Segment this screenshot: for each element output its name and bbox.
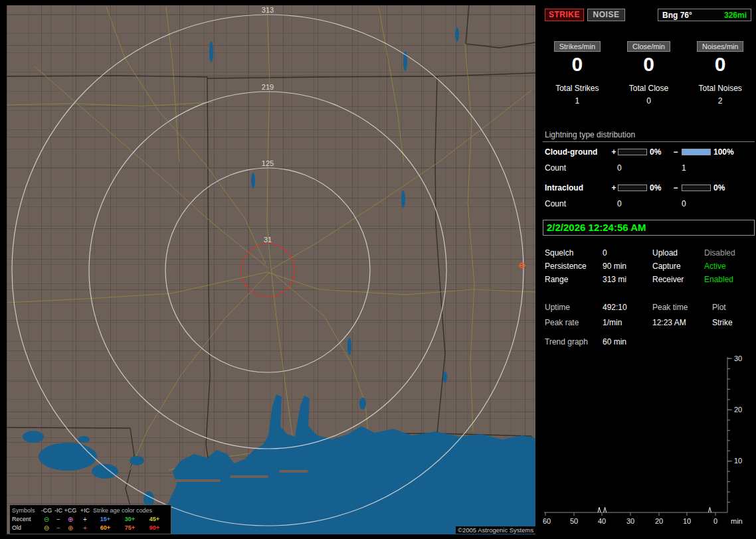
total-close-label: Total Close bbox=[613, 84, 685, 93]
capture-status: Active bbox=[704, 262, 726, 271]
count-label: Count bbox=[545, 199, 566, 208]
intracloud-label: Intracloud bbox=[545, 183, 583, 193]
strikes-per-min-column: Strikes/min 0 Total Strikes 1 bbox=[541, 40, 613, 106]
trend-graph-label: Trend graph bbox=[545, 337, 588, 346]
cg-minus-bar-fill bbox=[682, 149, 710, 155]
legend-type-header: -CG bbox=[40, 506, 53, 515]
trend-y-labels: 30 20 10 bbox=[734, 354, 742, 465]
svg-text:10: 10 bbox=[683, 517, 691, 525]
legend-symbols-title: Symbols bbox=[12, 506, 40, 515]
svg-text:30: 30 bbox=[734, 354, 742, 362]
squelch-value: 0 bbox=[603, 248, 607, 258]
pos-cg-symbol: ⊕ bbox=[64, 524, 77, 532]
persistence-label: Persistence bbox=[545, 262, 587, 271]
pos-ic-symbol: + bbox=[77, 515, 93, 524]
peak-rate-value: 1/min bbox=[603, 318, 622, 327]
legend-type-header: +IC bbox=[77, 506, 93, 515]
range-label: Range bbox=[545, 275, 568, 284]
total-strikes-value: 1 bbox=[541, 96, 613, 106]
age-code: 45+ bbox=[142, 515, 167, 524]
trend-x-labels: 60 50 40 30 20 10 0 min bbox=[543, 517, 743, 525]
close-per-min-column: Close/min 0 Total Close 0 bbox=[613, 40, 685, 106]
ic-plus-bar bbox=[618, 185, 647, 191]
strike-mode-button[interactable]: STRIKE bbox=[545, 9, 584, 21]
distribution-title: Lightning type distribution bbox=[543, 130, 755, 142]
trend-axes bbox=[544, 357, 732, 516]
receiver-status: Enabled bbox=[704, 275, 733, 284]
peak-time-label: Peak time bbox=[652, 303, 688, 312]
close-per-min-label: Close/min bbox=[627, 41, 670, 52]
minus-sign: − bbox=[672, 183, 679, 193]
ring-label-31: 31 bbox=[264, 236, 272, 244]
age-code: 15+ bbox=[93, 515, 118, 524]
noise-mode-button[interactable]: NOISE bbox=[587, 9, 625, 21]
date-time-display: 2/2/2026 12:24:56 AM bbox=[543, 220, 755, 236]
ring-label-313: 313 bbox=[262, 6, 274, 14]
svg-text:50: 50 bbox=[570, 517, 578, 525]
rates-section: Strikes/min 0 Total Strikes 1 Close/min … bbox=[541, 40, 756, 106]
legend-recent-row: Recent ⊖ − ⊕ + 15+ 30+ 45+ bbox=[12, 515, 169, 524]
water-bodies bbox=[23, 27, 535, 534]
copyright-text: ©2005 Astrogenic Systems bbox=[456, 526, 535, 534]
cg-minus-count: 1 bbox=[682, 163, 686, 173]
total-noises-label: Total Noises bbox=[684, 84, 756, 93]
cloud-ground-label: Cloud-ground bbox=[545, 147, 597, 157]
neg-cg-symbol: ⊖ bbox=[40, 515, 53, 524]
ic-minus-percent: 0% bbox=[713, 183, 725, 193]
svg-text:30: 30 bbox=[626, 517, 634, 525]
trend-strike-spikes bbox=[598, 507, 711, 512]
intracloud-row: Intracloud + 0% − 0% bbox=[541, 183, 756, 194]
trend-graph-window: 60 min bbox=[603, 337, 626, 346]
range-value: 313 mi bbox=[603, 275, 626, 284]
lightning-map[interactable]: 313 219 125 31 Symbols -CG -IC +CG +IC S… bbox=[7, 5, 535, 534]
trend-x-unit: min bbox=[731, 517, 743, 525]
svg-text:20: 20 bbox=[655, 517, 663, 525]
strikes-per-min-value: 0 bbox=[541, 53, 613, 76]
map-canvas[interactable]: 313 219 125 31 bbox=[7, 5, 535, 534]
neg-cg-symbol: ⊖ bbox=[40, 524, 53, 532]
ic-plus-percent: 0% bbox=[650, 183, 661, 193]
app-window: { "credit": "©2005 Astrogenic Systems", … bbox=[0, 0, 756, 539]
squelch-label: Squelch bbox=[545, 248, 573, 258]
ic-minus-bar bbox=[682, 185, 711, 191]
legend-row-label: Recent bbox=[12, 515, 40, 524]
legend-type-header: -IC bbox=[53, 506, 64, 515]
close-alarm-ring bbox=[241, 244, 294, 297]
ring-label-219: 219 bbox=[262, 83, 274, 91]
legend-age-title: Strike age color codes bbox=[93, 506, 167, 515]
legend-row-label: Old bbox=[12, 524, 40, 532]
total-close-value: 0 bbox=[613, 96, 685, 106]
pos-ic-symbol: + bbox=[77, 524, 93, 532]
legend-header-row: Symbols -CG -IC +CG +IC Strike age color… bbox=[12, 506, 169, 515]
noises-per-min-value: 0 bbox=[684, 53, 756, 76]
svg-text:0: 0 bbox=[713, 517, 717, 525]
neg-ic-symbol: − bbox=[53, 515, 64, 524]
bearing-label: Bng 76° bbox=[662, 11, 692, 20]
age-code: 30+ bbox=[118, 515, 142, 524]
plot-label: Plot bbox=[712, 303, 726, 312]
ic-plus-count: 0 bbox=[617, 199, 622, 208]
capture-label: Capture bbox=[652, 262, 681, 271]
trend-graph: 30 20 10 60 50 40 30 20 10 0 min bbox=[543, 352, 755, 531]
strikes-per-min-label: Strikes/min bbox=[554, 41, 601, 52]
uptime-value: 492:10 bbox=[603, 303, 627, 312]
peak-rate-label: Peak rate bbox=[545, 318, 579, 327]
cg-plus-count: 0 bbox=[617, 163, 622, 173]
age-code: 75+ bbox=[118, 524, 142, 532]
legend-old-row: Old ⊖ − ⊕ + 60+ 75+ 90+ bbox=[12, 524, 169, 532]
svg-text:60: 60 bbox=[543, 517, 551, 525]
legend-type-header: +CG bbox=[64, 506, 77, 515]
cg-minus-bar bbox=[682, 149, 711, 155]
cloud-ground-count-row: Count 0 1 bbox=[541, 163, 756, 174]
ring-label-125: 125 bbox=[262, 159, 274, 167]
total-noises-value: 2 bbox=[684, 96, 756, 106]
close-per-min-value: 0 bbox=[613, 53, 685, 76]
cg-plus-bar bbox=[618, 149, 647, 155]
age-code: 60+ bbox=[93, 524, 118, 532]
ic-minus-count: 0 bbox=[682, 199, 686, 208]
uptime-label: Uptime bbox=[545, 303, 570, 312]
upload-status: Disabled bbox=[704, 248, 735, 258]
receiver-label: Receiver bbox=[652, 275, 684, 284]
upload-label: Upload bbox=[652, 248, 678, 258]
strike-marker bbox=[519, 264, 525, 268]
